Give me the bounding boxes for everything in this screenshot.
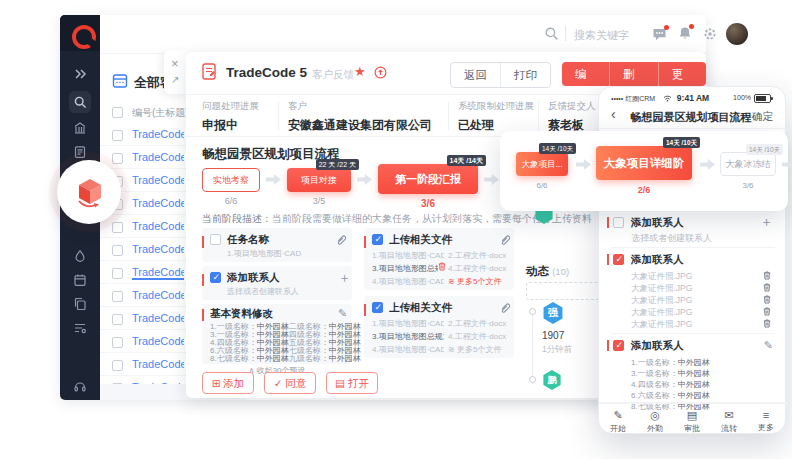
folder-icon: ▤ — [674, 409, 710, 422]
document-nav-icon[interactable] — [73, 145, 87, 159]
print-button[interactable]: 打印 — [500, 63, 550, 87]
record-link[interactable]: TradeCode — [132, 151, 184, 163]
row-checkbox[interactable] — [112, 337, 123, 348]
row-checkbox[interactable] — [112, 130, 123, 141]
customers-list-icon — [112, 73, 128, 93]
record-link[interactable]: TradeCode — [132, 358, 184, 370]
add-icon[interactable]: ＋ — [338, 273, 351, 283]
mobile-flow-step[interactable]: 大象项目... 14天 /10天 — [516, 152, 568, 176]
primary-actions: 编辑 删除 更多 — [562, 62, 706, 86]
delete-file-icon[interactable] — [438, 262, 446, 271]
back-button[interactable]: 返回 — [451, 63, 500, 87]
headset-nav-icon[interactable] — [73, 379, 87, 393]
confirm-button[interactable]: 确定 — [752, 110, 773, 124]
phone-back-button[interactable]: ‹ — [611, 106, 616, 122]
row-checkbox[interactable] — [112, 222, 123, 233]
flow-arrow-icon — [266, 174, 281, 185]
collapse-chevrons-icon[interactable] — [73, 67, 87, 81]
record-link[interactable]: TradeCode — [132, 289, 184, 301]
record-link[interactable]: TradeCode — [132, 197, 184, 209]
more-files-link[interactable]: 更多5个文件 — [448, 276, 501, 287]
tab-field[interactable]: ◎外勤 — [637, 409, 673, 434]
add-button[interactable]: ⊞ 添加 — [202, 372, 254, 394]
product-bubble[interactable] — [57, 160, 121, 224]
phone-checkbox-checked[interactable] — [613, 254, 624, 265]
calendar-nav-icon[interactable] — [73, 273, 87, 287]
contact-checkbox[interactable] — [210, 272, 221, 283]
paperclip-icon[interactable] — [336, 234, 346, 245]
row-checkbox[interactable] — [112, 245, 123, 256]
tab-more[interactable]: ≡更多 — [748, 409, 784, 433]
bell-icon[interactable] — [678, 26, 692, 45]
phone-checkbox[interactable] — [613, 217, 624, 228]
delete-file-icon[interactable] — [763, 271, 771, 280]
phone-checkbox-checked[interactable] — [613, 340, 624, 351]
edit-pencil-icon[interactable]: ✎ — [338, 307, 347, 320]
record-link[interactable]: TradeCode — [132, 243, 184, 255]
delete-button[interactable]: 删除 — [609, 62, 657, 86]
file-item: 大象证件照.JPG — [631, 271, 692, 283]
record-link-selected[interactable]: TradeCode — [132, 266, 184, 280]
detail-title: TradeCode 5 — [226, 65, 307, 80]
user-avatar[interactable] — [726, 23, 748, 45]
field: 系统限制处理进展 已处理 — [458, 100, 534, 134]
paperclip-icon[interactable] — [500, 302, 510, 313]
edit-pencil-icon[interactable]: ✎ — [764, 339, 773, 352]
row-checkbox[interactable] — [112, 360, 123, 371]
row-checkbox[interactable] — [112, 314, 123, 325]
delete-file-icon[interactable] — [763, 283, 771, 292]
more-files-link[interactable]: 更多5个文件 — [448, 344, 501, 355]
paperclip-icon[interactable] — [500, 234, 510, 245]
edit-button[interactable]: 编辑 — [562, 62, 609, 86]
close-icon[interactable]: × — [171, 57, 179, 70]
filter-list-nav-icon[interactable] — [73, 321, 87, 335]
duration-badge: 22 天 /22 天 — [316, 159, 359, 170]
delete-file-icon[interactable] — [763, 295, 771, 304]
delete-file-icon[interactable] — [763, 319, 771, 328]
search-icon[interactable] — [544, 26, 559, 45]
select-all-checkbox[interactable] — [112, 107, 123, 118]
open-button[interactable]: ▤ 打开 — [326, 372, 378, 394]
upload-checkbox[interactable] — [372, 302, 383, 313]
record-link[interactable]: TradeCode — [132, 174, 184, 186]
field-label: 系统限制处理进展 — [458, 100, 534, 113]
pin-icon[interactable] — [374, 65, 387, 83]
record-link[interactable]: TradeCode — [132, 220, 184, 232]
agree-button[interactable]: ✓ 同意 — [264, 372, 316, 394]
battery-percent: 100% — [733, 94, 751, 101]
record-link[interactable]: TradeCode — [132, 312, 184, 324]
drop-nav-icon[interactable] — [73, 249, 87, 263]
gear-icon[interactable] — [703, 27, 717, 45]
expand-icon[interactable]: ↗ — [171, 75, 179, 85]
mobile-flow-step-current[interactable]: 大象项目详细阶 14天 /10天 — [596, 146, 692, 180]
upload-card: 上传相关文件 1.项目地地形图·CAD 2.工程文件·docx 3.项目地地形图… — [364, 296, 514, 358]
copy-nav-icon[interactable] — [73, 297, 87, 311]
delete-file-icon[interactable] — [763, 307, 771, 316]
row-checkbox[interactable] — [112, 153, 123, 164]
flow-step[interactable]: 项目对接22 天 /22 天 — [287, 168, 351, 192]
tab-flow[interactable]: ✉流转 — [711, 409, 747, 434]
chat-icon[interactable] — [652, 27, 667, 45]
record-link[interactable]: TradeCode — [132, 335, 184, 347]
row-checkbox[interactable] — [112, 268, 123, 279]
search-input[interactable]: 搜索关键字 — [574, 28, 629, 43]
row-checkbox[interactable] — [112, 291, 123, 302]
search-nav-icon[interactable] — [69, 91, 91, 113]
favorite-star-icon[interactable]: ★ — [354, 64, 366, 79]
step-progress: 2/6 — [596, 185, 692, 195]
tab-start[interactable]: ✎开始 — [600, 409, 636, 434]
message-icon: ✉ — [711, 409, 747, 422]
mobile-flow-step[interactable]: 大象冰冻结 14天 /10天 — [720, 152, 776, 176]
upload-checkbox[interactable] — [372, 234, 383, 245]
flow-step[interactable]: 实地考察 — [202, 168, 260, 192]
section-accent — [607, 217, 609, 228]
record-link[interactable]: TradeCode — [132, 128, 184, 140]
upload-card: 上传相关文件 1.项目地地形图·CAD 2.工程文件·docx 3.项目地地形图… — [364, 228, 514, 290]
more-button[interactable]: 更多 — [658, 62, 706, 86]
tab-approve[interactable]: ▤审批 — [674, 409, 710, 434]
flow-step-current[interactable]: 第一阶段汇报14天 /14天 — [378, 164, 478, 194]
more-icon: ≡ — [748, 409, 784, 421]
add-icon[interactable]: ＋ — [760, 217, 773, 227]
task-checkbox[interactable] — [210, 234, 221, 245]
bank-nav-icon[interactable] — [73, 121, 87, 135]
